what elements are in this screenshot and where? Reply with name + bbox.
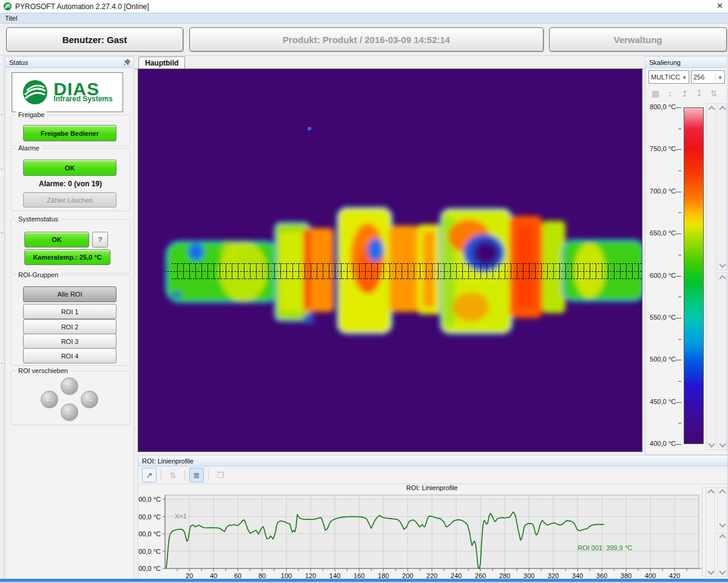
scale-tick-label: 550,0 °C bbox=[647, 314, 676, 321]
scale-major-tick bbox=[676, 360, 681, 360]
pin-icon[interactable] bbox=[124, 59, 130, 66]
dock-strip bbox=[0, 56, 4, 579]
roi-1-button[interactable]: ROI 1 bbox=[23, 304, 116, 319]
profile-panel-title: ROI: Linienprofile bbox=[142, 457, 194, 465]
scale-minor-tick bbox=[678, 339, 681, 340]
tab-hauptbild[interactable]: Hauptbild bbox=[138, 56, 185, 69]
app-icon bbox=[3, 2, 12, 11]
roi-verschieben-group-label: ROI verschieben bbox=[16, 367, 70, 374]
systemstatus-group: Systemstatus OK ? Kameratemp.: 25,0 °C bbox=[10, 219, 130, 274]
roi-3-button[interactable]: ROI 3 bbox=[23, 334, 116, 349]
color-bar bbox=[684, 107, 704, 444]
roi-gruppen-group-label: ROI-Gruppen bbox=[16, 271, 61, 278]
thermal-image bbox=[138, 69, 642, 451]
popout-button[interactable]: ↗ bbox=[142, 468, 157, 482]
scroll-up-icon[interactable] bbox=[708, 106, 715, 112]
menu-item-titel[interactable]: Titel bbox=[0, 15, 22, 22]
systemstatus-group-label: Systemstatus bbox=[16, 215, 61, 223]
roi-2-button[interactable]: ROI 2 bbox=[23, 319, 116, 334]
scroll-down-icon[interactable] bbox=[707, 568, 714, 575]
arrow-left-icon: ← bbox=[45, 394, 54, 404]
roi-move-down-button[interactable]: ↓ bbox=[61, 403, 78, 421]
chart-upper-scrollbar[interactable] bbox=[717, 487, 727, 530]
camera-temp-button[interactable]: Kameratemp.: 25,0 °C bbox=[24, 249, 110, 265]
scroll-down-icon[interactable] bbox=[719, 521, 726, 527]
scale-major-tick bbox=[676, 234, 681, 234]
help-button[interactable]: ? bbox=[92, 232, 108, 248]
roi-4-button[interactable]: ROI 4 bbox=[23, 348, 116, 363]
y-tick-label: 600,0 °C bbox=[138, 530, 161, 538]
profile-chart: ROI: Linienprofile800,0 °C700,0 °C600,0 … bbox=[138, 484, 703, 580]
scale-tick-label: 750,0 °C bbox=[647, 145, 676, 152]
admin-button[interactable]: Verwaltung bbox=[549, 27, 727, 52]
scroll-down-icon[interactable] bbox=[708, 440, 715, 447]
chart-divider bbox=[702, 486, 703, 577]
roi-move-up-button[interactable]: ↑ bbox=[61, 377, 78, 395]
scale-major-tick bbox=[676, 402, 681, 403]
lower-limit-scrollbar[interactable] bbox=[717, 272, 727, 450]
scroll-up-icon[interactable] bbox=[707, 489, 714, 496]
chart-lower-scrollbar[interactable] bbox=[717, 532, 727, 577]
scale-tick-label: 450,0 °C bbox=[647, 398, 676, 405]
title-bar: PYROSOFT Automation 2.27.4.0 [Online] ✕ bbox=[0, 0, 728, 13]
copy-button[interactable]: ❐ bbox=[213, 468, 228, 482]
freigabe-group-label: Freigabe bbox=[16, 111, 47, 118]
toolbar-separator bbox=[184, 470, 185, 480]
profile-panel-header: ROI: Linienprofile bbox=[138, 456, 727, 467]
scaling-panel: Skalierung MULTICOLOR ▾ 256 ▾ ▦↕↥↧⇅↨ 800… bbox=[645, 56, 727, 455]
dias-logo-icon bbox=[22, 79, 49, 106]
scroll-up-icon[interactable] bbox=[719, 534, 726, 541]
roi-verschieben-group: ROI verschieben ↑ ← → ↓ bbox=[10, 371, 130, 425]
scale-major-tick bbox=[676, 318, 681, 318]
scale-major-tick bbox=[676, 107, 681, 108]
menu-bar: Titel bbox=[0, 13, 728, 24]
tab-hauptbild-label: Hauptbild bbox=[145, 59, 178, 67]
scroll-down-icon[interactable] bbox=[719, 440, 726, 447]
axis-scale-button[interactable]: ⇅ bbox=[166, 468, 180, 482]
profile-toolbar: ↗⇅≣❐ bbox=[138, 467, 727, 484]
roi-move-right-button[interactable]: → bbox=[81, 391, 98, 408]
scroll-up-icon[interactable] bbox=[719, 489, 726, 496]
range-shift-scrollbar[interactable] bbox=[706, 103, 716, 450]
status-panel-header: Status bbox=[5, 57, 133, 68]
freigabe-bediener-button[interactable]: Freigabe Bediener bbox=[23, 125, 116, 141]
alarme-ok-button[interactable]: OK bbox=[23, 160, 116, 176]
thermal-hot-spot bbox=[308, 127, 311, 130]
profile-panel: ROI: Linienprofile ↗⇅≣❐ ROI: Linienprofi… bbox=[138, 455, 728, 579]
roi-gruppen-group: ROI-Gruppen Alle ROI ROI 1 ROI 2 ROI 3 R… bbox=[10, 275, 130, 366]
systemstatus-ok-button[interactable]: OK bbox=[24, 232, 89, 248]
user-button[interactable]: Benutzer: Gast bbox=[6, 27, 183, 52]
upper-limit-scrollbar[interactable] bbox=[717, 103, 727, 271]
scale-tick-label: 500,0 °C bbox=[647, 356, 676, 363]
roi-line-overlay[interactable] bbox=[172, 263, 642, 279]
cursor-annotation: X=1 bbox=[175, 513, 187, 520]
status-panel-title: Status bbox=[9, 59, 28, 66]
alle-roi-button[interactable]: Alle ROI bbox=[23, 286, 116, 302]
dias-subtitle-text: Infrared Systems bbox=[53, 95, 112, 103]
scale-major-tick bbox=[676, 192, 681, 192]
zaehler-loeschen-button[interactable]: Zähler Löschen bbox=[23, 192, 116, 207]
scroll-down-icon[interactable] bbox=[719, 261, 726, 268]
arrow-down-icon: ↓ bbox=[67, 406, 72, 417]
product-button[interactable]: Produkt: Produkt / 2016-03-09 14:52:14 bbox=[189, 27, 544, 52]
toolbar-separator bbox=[208, 470, 209, 480]
scale-tick-label: 400,0 °C bbox=[647, 440, 676, 447]
dias-logo: DIAS Infrared Systems bbox=[12, 72, 123, 112]
alarm-counter: Alarme: 0 (von 19) bbox=[11, 180, 130, 188]
chart-shift-scrollbar[interactable] bbox=[706, 487, 715, 577]
list-button[interactable]: ≣ bbox=[189, 468, 204, 482]
scale-tick-label: 800,0 °C bbox=[647, 103, 676, 110]
scale-tick-label: 700,0 °C bbox=[647, 187, 676, 195]
scroll-up-icon[interactable] bbox=[719, 106, 726, 112]
scale-tick-label: 600,0 °C bbox=[647, 272, 676, 279]
scroll-up-icon[interactable] bbox=[719, 275, 726, 281]
scale-minor-tick bbox=[678, 423, 681, 423]
close-icon[interactable]: ✕ bbox=[716, 1, 723, 10]
arrow-right-icon: → bbox=[85, 394, 94, 404]
window-title: PYROSOFT Automation 2.27.4.0 [Online] bbox=[15, 2, 149, 11]
freigabe-group: Freigabe Freigabe Bediener bbox=[10, 115, 130, 146]
roi-move-left-button[interactable]: ← bbox=[41, 391, 58, 408]
scale-major-tick bbox=[676, 444, 681, 445]
scroll-down-icon[interactable] bbox=[719, 568, 726, 575]
header-button-row: Benutzer: Gast Produkt: Produkt / 2016-0… bbox=[0, 24, 728, 56]
